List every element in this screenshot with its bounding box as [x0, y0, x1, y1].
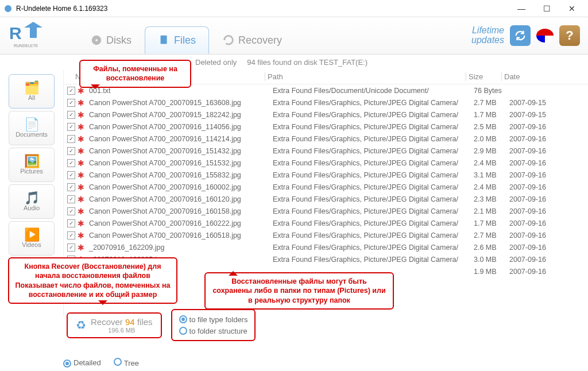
- table-row[interactable]: ✓ ✱ Canon PowerShot A700_20070915_182242…: [64, 109, 588, 121]
- table-row[interactable]: ✓ ✱ Canon PowerShot A700_20070916_155832…: [64, 169, 588, 181]
- tab-recovery[interactable]: Recovery: [209, 26, 295, 54]
- table-row[interactable]: ✓ ✱ Canon PowerShot A700_20070916_160158…: [64, 205, 588, 217]
- sidebar-item-pictures[interactable]: 🖼️Pictures: [9, 148, 55, 182]
- file-name: Canon PowerShot A700_20070916_114214.jpg: [89, 135, 273, 143]
- checkbox-icon[interactable]: ✓: [67, 183, 75, 191]
- checkbox-icon[interactable]: ✓: [67, 195, 75, 203]
- table-row[interactable]: ✓ ✱ Canon PowerShot A700_20070915_163608…: [64, 96, 588, 109]
- file-status-icon: ✱: [78, 207, 87, 216]
- checkbox-icon[interactable]: ✓: [67, 135, 75, 143]
- col-size[interactable]: Size: [466, 72, 501, 81]
- checkbox-icon[interactable]: ✓: [67, 99, 75, 107]
- file-date: 2007-09-16: [509, 231, 561, 239]
- file-path: Extra Found Files/Graphics, Picture/JPEG…: [273, 111, 474, 119]
- file-path: Extra Found Files/Graphics, Picture/JPEG…: [273, 171, 474, 179]
- file-name: Canon PowerShot A700_20070916_160518.jpg: [89, 231, 273, 239]
- file-size: 76 Bytes: [474, 87, 509, 95]
- file-name: Canon PowerShot A700_20070916_151532.jpg: [89, 159, 273, 167]
- question-icon: ?: [566, 28, 573, 43]
- col-date[interactable]: Date: [501, 72, 553, 81]
- audio-icon: 🎵: [24, 192, 40, 204]
- recover-button[interactable]: ♻ Recover 94 files 196.6 MB: [67, 312, 162, 338]
- view-detailed[interactable]: Detailed: [63, 358, 101, 368]
- deleted-only-label[interactable]: Deleted only: [195, 58, 237, 67]
- file-path: Extra Found Files/Graphics, Picture/JPEG…: [273, 195, 474, 203]
- table-row[interactable]: ✓ ✱ Canon PowerShot A700_20070916_151532…: [64, 157, 588, 169]
- sidebar-item-all[interactable]: 🗂️All: [9, 74, 55, 109]
- file-path: Extra Found Files/Graphics, Picture/JPEG…: [273, 231, 474, 239]
- svg-rect-5: [161, 36, 167, 44]
- file-status-icon: ✱: [78, 219, 87, 228]
- file-path: Extra Found Files/Graphics, Picture/JPEG…: [273, 244, 474, 252]
- file-size: 2.4 MB: [474, 183, 509, 191]
- table-row[interactable]: ✓ ✱ Canon PowerShot A700_20070916_114214…: [64, 133, 588, 145]
- file-size: 2.9 MB: [474, 147, 509, 155]
- file-date: 2007-09-15: [509, 99, 561, 107]
- file-path: Extra Found Files/Graphics, Picture/JPEG…: [273, 123, 474, 131]
- table-row[interactable]: ✓ ✱ Canon PowerShot A700_20070916_160120…: [64, 193, 588, 205]
- file-date: 2007-09-16: [509, 171, 561, 179]
- sidebar-item-videos[interactable]: ▶️Videos: [9, 221, 55, 256]
- file-name: Canon PowerShot A700_20070916_160158.jpg: [89, 207, 273, 215]
- checkbox-icon[interactable]: ✓: [67, 87, 75, 95]
- callout-save-options: Восстановленные файлы могут быть сохране…: [204, 272, 394, 310]
- file-size: 2.4 MB: [474, 159, 509, 167]
- language-button[interactable]: [536, 29, 554, 42]
- file-path: Extra Found Files/Graphics, Picture/JPEG…: [273, 135, 474, 143]
- checkbox-icon[interactable]: ✓: [67, 123, 75, 131]
- checkbox-icon[interactable]: ✓: [67, 219, 75, 227]
- refresh-icon: [514, 29, 527, 42]
- file-name: Canon PowerShot A700_20070916_155832.jpg: [89, 171, 273, 179]
- checkbox-icon[interactable]: ✓: [67, 159, 75, 167]
- file-path: Extra Found Files/Graphics, Picture/JPEG…: [273, 159, 474, 167]
- file-size: 1.9 MB: [474, 268, 509, 276]
- view-tree[interactable]: Tree: [114, 358, 139, 368]
- table-row[interactable]: ✓ ✱ Canon PowerShot A700_20070916_151432…: [64, 145, 588, 157]
- file-status-icon: ✱: [78, 231, 87, 240]
- file-path: Extra Found Files/Graphics, Picture/JPEG…: [273, 99, 474, 107]
- checkbox-icon[interactable]: ✓: [67, 244, 75, 252]
- callout-marked-files: Файлы, помеченные на восстановление: [79, 60, 191, 88]
- table-row[interactable]: ✓ ✱ Canon PowerShot A700_20070916_160002…: [64, 181, 588, 193]
- file-date: 2007-09-16: [509, 147, 561, 155]
- table-row[interactable]: ✓ ✱ Canon PowerShot A700_20070916_160222…: [64, 217, 588, 229]
- file-status-icon: ✱: [78, 98, 87, 107]
- file-path: Extra Found Files/Graphics, Picture/JPEG…: [273, 256, 474, 264]
- checkbox-icon[interactable]: ✓: [67, 147, 75, 155]
- save-type-folders[interactable]: to file type folders: [179, 314, 248, 325]
- file-path: Extra Found Files/Graphics, Picture/JPEG…: [273, 219, 474, 227]
- help-button[interactable]: ?: [559, 25, 580, 46]
- svg-text:R: R: [9, 24, 22, 42]
- file-status-icon: ✱: [78, 171, 87, 180]
- file-size: 1.7 MB: [474, 111, 509, 119]
- file-date: 2007-09-16: [509, 159, 561, 167]
- col-path[interactable]: Path: [265, 72, 466, 81]
- minimize-button[interactable]: —: [509, 1, 534, 17]
- file-date: 2007-09-16: [509, 244, 561, 252]
- file-path: Extra Found Files/Graphics, Picture/JPEG…: [273, 147, 474, 155]
- file-status-icon: ✱: [78, 110, 87, 119]
- checkbox-icon[interactable]: ✓: [67, 231, 75, 239]
- bottom-bar: Detailed Tree: [63, 358, 579, 368]
- tab-files[interactable]: Files: [145, 26, 209, 54]
- checkbox-icon[interactable]: ✓: [67, 171, 75, 179]
- svg-point-0: [5, 5, 11, 12]
- table-row[interactable]: ✓ ✱ _20070916_162209.jpg Extra Found Fil…: [64, 241, 588, 253]
- checkbox-icon[interactable]: ✓: [67, 207, 75, 215]
- sidebar-item-documents[interactable]: 📄Documents: [9, 111, 55, 145]
- maximize-button[interactable]: ☐: [534, 1, 559, 17]
- save-folder-structure[interactable]: to folder structure: [179, 325, 248, 337]
- file-size: 3.1 MB: [474, 171, 509, 179]
- refresh-button[interactable]: [510, 25, 531, 46]
- table-row[interactable]: ✓ ✱ Canon PowerShot A700_20070916_160518…: [64, 229, 588, 241]
- close-button[interactable]: ✕: [559, 1, 585, 17]
- tab-disks[interactable]: Disks: [77, 26, 145, 54]
- lifetime-updates[interactable]: Lifetime updates: [471, 26, 504, 45]
- file-path: Extra Found Files/Document/Unicode Docum…: [273, 87, 474, 95]
- checkbox-icon[interactable]: ✓: [67, 111, 75, 119]
- sidebar-item-audio[interactable]: 🎵Audio: [9, 184, 55, 219]
- table-row[interactable]: ✓ ✱ Canon PowerShot A700_20070916_114056…: [64, 121, 588, 133]
- all-icon: 🗂️: [24, 82, 40, 94]
- file-size: 2.6 MB: [474, 244, 509, 252]
- file-path: Extra Found Files/Graphics, Picture/JPEG…: [273, 183, 474, 191]
